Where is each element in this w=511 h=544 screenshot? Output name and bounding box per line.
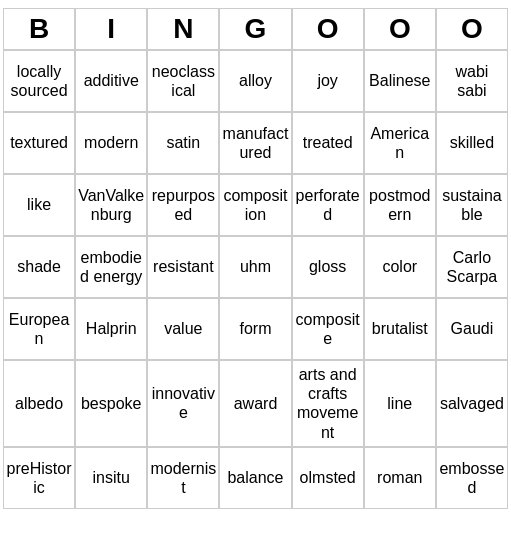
cell-r4-c0: European [3,298,75,360]
cell-r6-c2: modernist [147,447,219,509]
cell-r1-c3: manufactured [219,112,291,174]
cell-r4-c1: Halprin [75,298,147,360]
cell-r4-c5: brutalist [364,298,436,360]
cell-r2-c2: repurposed [147,174,219,236]
cell-r5-c0: albedo [3,360,75,447]
header-col-2: N [147,8,219,50]
cell-r1-c6: skilled [436,112,508,174]
cell-r0-c6: wabi sabi [436,50,508,112]
cell-r6-c0: preHistoric [3,447,75,509]
cell-r4-c2: value [147,298,219,360]
cell-r0-c1: additive [75,50,147,112]
cell-r3-c3: uhm [219,236,291,298]
cell-r3-c5: color [364,236,436,298]
cell-r6-c4: olmsted [292,447,364,509]
cell-r5-c6: salvaged [436,360,508,447]
cell-r3-c2: resistant [147,236,219,298]
cell-r3-c0: shade [3,236,75,298]
cell-r1-c0: textured [3,112,75,174]
cell-r2-c4: perforated [292,174,364,236]
cell-r6-c1: insitu [75,447,147,509]
cell-r4-c4: composite [292,298,364,360]
cell-r0-c2: neoclassical [147,50,219,112]
cell-r5-c1: bespoke [75,360,147,447]
cell-r4-c3: form [219,298,291,360]
bingo-grid: locally sourcedadditiveneoclassicalalloy… [3,50,508,509]
cell-r5-c3: award [219,360,291,447]
cell-r6-c3: balance [219,447,291,509]
cell-r3-c6: Carlo Scarpa [436,236,508,298]
cell-r1-c4: treated [292,112,364,174]
cell-r0-c4: joy [292,50,364,112]
cell-r2-c5: postmodern [364,174,436,236]
cell-r6-c5: roman [364,447,436,509]
header-col-1: I [75,8,147,50]
cell-r5-c5: line [364,360,436,447]
header-col-4: O [292,8,364,50]
cell-r3-c4: gloss [292,236,364,298]
cell-r0-c0: locally sourced [3,50,75,112]
bingo-header: BINGOOO [3,8,508,50]
header-col-5: O [364,8,436,50]
bingo-board: BINGOOO locally sourcedadditiveneoclassi… [3,8,508,509]
cell-r3-c1: embodied energy [75,236,147,298]
header-col-3: G [219,8,291,50]
cell-r2-c3: composition [219,174,291,236]
cell-r0-c3: alloy [219,50,291,112]
cell-r1-c2: satin [147,112,219,174]
header-col-0: B [3,8,75,50]
cell-r1-c5: American [364,112,436,174]
cell-r2-c0: like [3,174,75,236]
cell-r5-c2: innovative [147,360,219,447]
cell-r6-c6: embossed [436,447,508,509]
cell-r2-c6: sustainable [436,174,508,236]
cell-r4-c6: Gaudi [436,298,508,360]
cell-r2-c1: VanValkenburg [75,174,147,236]
cell-r1-c1: modern [75,112,147,174]
cell-r0-c5: Balinese [364,50,436,112]
cell-r5-c4: arts and crafts movement [292,360,364,447]
header-col-6: O [436,8,508,50]
